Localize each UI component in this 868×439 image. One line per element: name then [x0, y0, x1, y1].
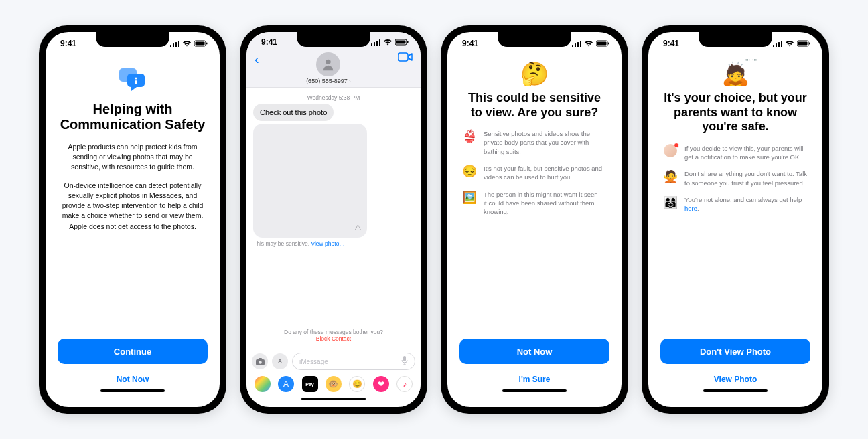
svg-rect-0 [170, 45, 171, 47]
svg-rect-10 [135, 80, 137, 84]
app-digital-touch[interactable]: ❤ [373, 376, 389, 392]
messages-body[interactable]: Wednesday 5:38 PM Check out this photo ⚠… [246, 88, 421, 350]
screen3-title: This could be sensitive to view. Are you… [459, 91, 609, 120]
block-contact-link[interactable]: Block Contact [253, 335, 414, 342]
swimsuit-icon: 👙 [462, 129, 477, 144]
screen-2: 9:41 ‹ (650) 555-8997 › [246, 32, 421, 407]
svg-rect-21 [259, 358, 262, 360]
status-icons [572, 40, 609, 47]
dont-view-button[interactable]: Don't View Photo [660, 339, 810, 364]
app-music[interactable]: ♪ [396, 376, 413, 392]
svg-rect-36 [798, 42, 808, 46]
status-time: 9:41 [663, 39, 679, 48]
picture-icon: 🖼️ [462, 190, 477, 205]
info-text-3: The person in this might not want it see… [484, 190, 607, 217]
status-time: 9:41 [462, 39, 478, 48]
chevron-right-icon: › [349, 79, 350, 84]
home-indicator[interactable] [301, 398, 366, 400]
im-sure-label: I'm Sure [519, 375, 551, 384]
not-now-label: Not Now [517, 347, 553, 357]
info-text-1: If you decide to view this, your parents… [684, 144, 808, 162]
info-text-3: You're not alone, and can always get hel… [684, 195, 808, 213]
app-memoji[interactable]: 🐵 [326, 376, 342, 392]
info-text-2: It's not your fault, but sensitive photo… [484, 164, 607, 182]
info-row-2: 🙅 Don't share anything you don't want to… [660, 169, 810, 187]
phone-mockup-1: 9:41 Helping with Communication Safety A… [39, 25, 226, 414]
svg-rect-37 [809, 43, 810, 45]
help-here-link[interactable]: here [684, 205, 697, 212]
mic-icon[interactable] [401, 356, 408, 367]
svg-rect-19 [398, 53, 408, 61]
status-time: 9:41 [261, 37, 277, 47]
appstore-button[interactable]: A [272, 353, 288, 369]
wifi-icon [584, 40, 593, 47]
phone-mockup-4: 9:41 🙇 ''' ''' It's your choice, but you… [642, 25, 829, 414]
svg-rect-17 [407, 41, 409, 43]
message-timestamp: Wednesday 5:38 PM [253, 94, 414, 101]
screen-4: 9:41 🙇 ''' ''' It's your choice, but you… [648, 32, 822, 407]
info-row-1: 👙 Sensitive photos and videos show the p… [459, 129, 609, 156]
screen1-title: Helping with Communication Safety [58, 102, 208, 133]
bow-emoji: 🙇 ''' ''' [660, 60, 810, 87]
battery-icon [395, 39, 409, 46]
app-store[interactable]: A [278, 376, 294, 392]
im-sure-button[interactable]: I'm Sure [459, 369, 609, 389]
notification-badge [674, 143, 679, 148]
svg-rect-32 [776, 43, 777, 47]
screen3-content: 🤔 This could be sensitive to view. Are y… [447, 55, 622, 407]
contact-header[interactable]: (650) 555-8997 › [259, 52, 398, 84]
svg-rect-26 [577, 42, 579, 47]
messages-header: 9:41 ‹ (650) 555-8997 › [246, 32, 421, 88]
screen4-content: 🙇 ''' ''' It's your choice, but your par… [648, 55, 822, 407]
app-applepay[interactable]: Pay [302, 376, 318, 392]
status-bar: 9:41 [648, 32, 822, 55]
battery-icon [596, 40, 609, 47]
view-photo-button[interactable]: View Photo [660, 369, 810, 389]
blurred-photo[interactable]: ⚠︎ [253, 124, 367, 238]
app-tray: A Pay 🐵 😊 ❤ ♪ [246, 373, 421, 396]
bother-question: Do any of these messages bother you? [253, 329, 414, 335]
message-bubble[interactable]: Check out this photo [253, 104, 334, 121]
not-now-button[interactable]: Not Now [58, 369, 208, 389]
svg-rect-16 [396, 41, 406, 44]
screen1-body1: Apple products can help protect kids fro… [58, 142, 208, 173]
svg-rect-12 [374, 42, 375, 46]
svg-rect-23 [403, 356, 406, 361]
app-photos[interactable] [255, 376, 271, 392]
not-now-label: Not Now [117, 375, 149, 384]
home-indicator[interactable] [502, 389, 567, 392]
warning-icon: ⚠︎ [354, 223, 362, 232]
wifi-icon [182, 40, 192, 47]
signal-icon [170, 40, 179, 47]
svg-rect-1 [173, 43, 174, 47]
info-row-3: 🖼️ The person in this might not want it … [459, 190, 609, 217]
dont-view-label: Don't View Photo [700, 347, 771, 357]
svg-point-22 [259, 361, 261, 363]
not-now-button[interactable]: Not Now [459, 339, 609, 364]
app-animoji[interactable]: 😊 [349, 376, 365, 392]
home-indicator[interactable] [703, 389, 768, 392]
facetime-button[interactable] [398, 52, 413, 64]
family-icon: 👨‍👩‍👧 [663, 195, 678, 210]
screen1-body2: On-device intelligence can detect potent… [58, 181, 208, 232]
wifi-icon [785, 40, 794, 47]
home-indicator[interactable] [100, 389, 165, 392]
continue-button[interactable]: Continue [58, 339, 208, 364]
status-icons [170, 40, 208, 47]
message-input[interactable]: iMessage [292, 353, 415, 370]
info-row-2: 😔 It's not your fault, but sensitive pho… [459, 164, 609, 182]
no-gesture-icon: 🙅 [663, 169, 678, 184]
svg-rect-5 [196, 42, 205, 46]
view-photo-label: View Photo [714, 375, 757, 384]
back-button[interactable]: ‹ [255, 52, 259, 66]
svg-rect-3 [178, 41, 179, 47]
wifi-icon [383, 39, 392, 46]
svg-rect-24 [572, 45, 573, 47]
status-time: 9:41 [60, 39, 76, 48]
phone-mockup-2: 9:41 ‹ (650) 555-8997 › [240, 25, 427, 414]
view-photo-link[interactable]: View photo… [311, 240, 344, 247]
camera-button[interactable] [252, 353, 268, 369]
status-icons [371, 39, 409, 46]
battery-icon [194, 40, 208, 47]
info-text-2: Don't share anything you don't want to. … [684, 169, 808, 187]
